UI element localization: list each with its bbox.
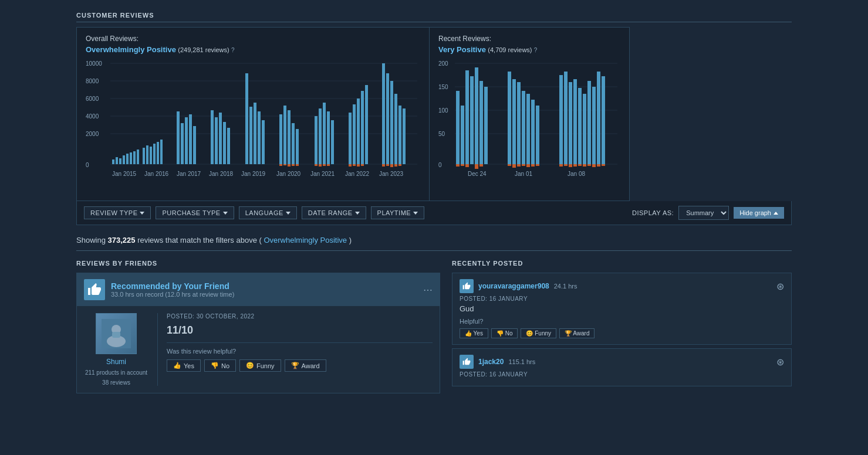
- expand-button[interactable]: ⋯: [423, 284, 433, 296]
- friend-review-body: Shumi 211 products in account 38 reviews…: [77, 306, 440, 393]
- avatar-image: [96, 313, 136, 354]
- svg-rect-129: [512, 164, 516, 168]
- svg-text:0: 0: [438, 162, 442, 168]
- svg-rect-133: [531, 164, 535, 167]
- svg-rect-118: [583, 94, 586, 164]
- svg-rect-20: [143, 148, 145, 164]
- svg-rect-22: [150, 147, 152, 164]
- overall-reviews-label: Overall Reviews:: [86, 35, 420, 43]
- svg-rect-113: [559, 75, 563, 164]
- no-button[interactable]: 👎 No: [204, 359, 236, 372]
- recent-no-1[interactable]: 👎 No: [491, 328, 518, 338]
- svg-rect-128: [508, 164, 511, 166]
- svg-rect-135: [559, 164, 563, 167]
- language-filter[interactable]: LANGUAGE: [239, 206, 297, 219]
- svg-rect-100: [461, 106, 464, 164]
- svg-text:200: 200: [438, 60, 448, 67]
- hide-graph-button[interactable]: Hide graph: [734, 207, 784, 219]
- svg-rect-34: [223, 122, 226, 164]
- svg-rect-78: [394, 164, 397, 167]
- svg-rect-37: [249, 107, 252, 164]
- svg-rect-71: [349, 164, 352, 167]
- svg-rect-122: [602, 76, 605, 164]
- recent-review-item-2: 1jack20 115.1 hrs ⊛ POSTED: 16 JANUARY: [452, 348, 792, 386]
- playtime-chevron: [413, 212, 418, 215]
- svg-rect-46: [315, 116, 318, 164]
- recent-help-icon[interactable]: ?: [534, 47, 538, 53]
- svg-rect-101: [465, 70, 469, 164]
- svg-text:Jan 2016: Jan 2016: [144, 171, 169, 177]
- svg-rect-77: [390, 164, 393, 167]
- svg-rect-138: [573, 164, 577, 167]
- hide-graph-label: Hide graph: [739, 209, 771, 216]
- svg-rect-116: [573, 79, 577, 164]
- recent-posted-label-1: POSTED: 16 JANUARY: [460, 296, 784, 302]
- svg-rect-52: [353, 104, 356, 164]
- award-icon: 🏆: [291, 362, 299, 369]
- svg-rect-29: [189, 114, 192, 164]
- playtime-filter[interactable]: PLAYTIME: [371, 206, 425, 219]
- svg-rect-12: [112, 159, 114, 164]
- overall-rating[interactable]: Overwhelmingly Positive: [86, 45, 176, 54]
- overall-chart-box: Overall Reviews: Overwhelmingly Positive…: [76, 27, 430, 201]
- svg-rect-108: [517, 82, 521, 164]
- recent-thumb-2: [460, 355, 474, 369]
- yes-button[interactable]: 👍 Yes: [167, 359, 201, 372]
- recent-rating[interactable]: Very Positive: [438, 45, 486, 54]
- recent-username-2[interactable]: 1jack20: [478, 358, 504, 366]
- award-button[interactable]: 🏆 Award: [285, 359, 326, 372]
- svg-rect-49: [327, 111, 330, 164]
- review-type-filter[interactable]: REVIEW TYPE: [84, 206, 151, 219]
- showing-rating-link[interactable]: Overwhelmingly Positive: [264, 236, 347, 245]
- svg-rect-17: [130, 152, 132, 164]
- recent-helpful-1: Helpful?: [460, 318, 784, 325]
- recent-yes-1[interactable]: 👍 Yes: [460, 328, 488, 338]
- svg-text:8000: 8000: [86, 78, 99, 84]
- svg-text:4000: 4000: [86, 113, 99, 120]
- svg-rect-15: [123, 155, 125, 164]
- svg-rect-73: [357, 164, 360, 167]
- svg-text:Jan 2021: Jan 2021: [310, 171, 335, 177]
- overall-chart-svg: 10000 8000 6000 4000 2000 0: [86, 59, 420, 193]
- svg-rect-64: [288, 164, 291, 167]
- date-range-filter[interactable]: DATE RANGE: [302, 206, 366, 219]
- recent-chart-box: Recent Reviews: Very Positive (4,709 rev…: [430, 27, 630, 201]
- svg-rect-103: [475, 67, 478, 164]
- svg-rect-79: [398, 164, 401, 166]
- svg-rect-62: [279, 164, 282, 166]
- svg-rect-134: [536, 164, 539, 166]
- svg-rect-26: [177, 111, 180, 164]
- svg-text:0: 0: [86, 162, 89, 168]
- overall-help-icon[interactable]: ?: [231, 47, 235, 53]
- recent-hours-2: 115.1 hrs: [508, 358, 535, 365]
- funny-button[interactable]: 😊 Funny: [239, 359, 281, 372]
- display-as-select[interactable]: Summary Recent: [678, 206, 729, 220]
- recent-award-1[interactable]: 🏆 Award: [559, 328, 595, 338]
- date-range-chevron: [355, 212, 360, 215]
- svg-text:Jan 01: Jan 01: [515, 171, 532, 177]
- svg-rect-56: [382, 63, 385, 164]
- svg-rect-13: [116, 157, 118, 164]
- svg-rect-125: [465, 164, 469, 167]
- recent-funny-1[interactable]: 😊 Funny: [521, 328, 556, 338]
- svg-text:50: 50: [438, 131, 445, 137]
- svg-rect-39: [258, 111, 261, 164]
- review-type-chevron: [140, 212, 144, 215]
- svg-rect-40: [262, 120, 265, 164]
- friend-review-hours: 33.0 hrs on record (12.0 hrs at review t…: [111, 291, 234, 298]
- purchase-type-filter[interactable]: PURCHASE TYPE: [156, 206, 234, 219]
- svg-text:10000: 10000: [86, 60, 102, 67]
- thumbs-down-icon: 👎: [211, 362, 219, 369]
- svg-rect-18: [133, 151, 136, 164]
- customer-reviews-title: Customer Reviews: [76, 12, 792, 22]
- review-helpful-question: Was this review helpful?: [167, 348, 433, 355]
- svg-rect-67: [315, 164, 318, 166]
- svg-rect-110: [526, 94, 530, 164]
- svg-rect-143: [597, 164, 600, 167]
- recent-username-1[interactable]: youravaraggamer908: [478, 282, 549, 290]
- svg-rect-124: [461, 164, 464, 166]
- recent-review-top-2: 1jack20 115.1 hrs ⊛: [460, 355, 784, 369]
- hide-graph-chevron: [774, 212, 778, 215]
- svg-rect-36: [245, 73, 248, 164]
- recommended-thumb-icon: [84, 279, 105, 300]
